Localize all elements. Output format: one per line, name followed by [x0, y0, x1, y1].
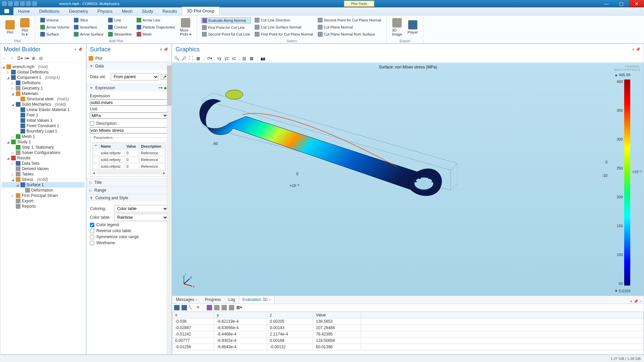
reverse-table-checkbox[interactable]	[90, 229, 94, 233]
unit-select[interactable]: MPa	[90, 112, 168, 119]
tree-initial-values[interactable]: Initial Values 1	[2, 118, 85, 123]
table-plot-icon[interactable]	[207, 305, 212, 310]
default-view-icon[interactable]: ↺▾	[207, 56, 212, 61]
model-tree[interactable]: ◢wrench.mph (root) ▷Global Definitions ◢…	[0, 63, 86, 354]
parameters-table[interactable]: "NameValueDescription solid.refpntx0Refe…	[92, 142, 166, 170]
expression-input[interactable]	[90, 99, 168, 106]
evaluate-along-normal-button[interactable]: Evaluate Along Normal	[201, 17, 251, 23]
tree-reports[interactable]: Reports	[2, 204, 85, 209]
table-clear-icon[interactable]: ╲	[189, 305, 194, 310]
bot-dropdown-icon[interactable]: ▾	[630, 299, 632, 304]
mb-expand-icon[interactable]: ⊞	[32, 56, 37, 61]
wireframe-icon[interactable]: ▦	[250, 56, 255, 61]
quick-access-toolbar[interactable]	[0, 1, 39, 6]
table-settings-icon[interactable]	[229, 305, 234, 310]
tree-results[interactable]: ◢Results	[2, 155, 85, 161]
tab-study[interactable]: Study	[137, 7, 158, 15]
description-input[interactable]	[90, 127, 168, 134]
table-more-icon[interactable]: ▦▾	[236, 305, 242, 310]
tree-mesh-1[interactable]: ▷Mesh 1	[2, 134, 85, 139]
tab-evaluation-3d[interactable]: Evaluation 3D×	[239, 296, 275, 304]
tree-derived-values[interactable]: Derived Values	[2, 166, 85, 171]
tree-fixed-constraint[interactable]: Fixed Constraint 1	[2, 123, 85, 128]
bot-pin-icon[interactable]: 📌	[634, 299, 638, 304]
player-button[interactable]: Player	[405, 16, 420, 38]
cut-line-direction-button[interactable]: Cut Line Direction	[254, 17, 314, 23]
plot-button[interactable]: Plot	[3, 16, 17, 38]
tab-mesh[interactable]: Mesh	[117, 7, 137, 15]
surf-pin-icon[interactable]: 📌	[163, 47, 168, 52]
param-scroll-right[interactable]: ▶	[163, 171, 166, 175]
table-copy-icon[interactable]	[214, 305, 219, 310]
more-plots-button[interactable]: More Plots ▾	[177, 16, 194, 38]
tree-boundary-load[interactable]: Boundary Load 1	[2, 128, 85, 134]
coloring-select[interactable]: Color table	[114, 205, 168, 212]
snapshot-icon[interactable]: 📷	[260, 56, 266, 61]
tab-definitions[interactable]: Definitions	[35, 7, 64, 15]
mb-collapseall-icon[interactable]: ⊟	[39, 56, 45, 61]
zoom-out-icon[interactable]: 🔎	[182, 56, 187, 61]
tree-stress[interactable]: ◢Stress (solid)	[2, 177, 85, 182]
cut-plane-normal-button[interactable]: Cut Plane Normal	[317, 24, 382, 30]
particle-traj-button[interactable]: Particle Trajectories	[136, 24, 176, 30]
close-button[interactable]: ✕	[629, 0, 644, 7]
tree-free-1[interactable]: Free 1	[2, 112, 85, 118]
tree-surface-1[interactable]: ◢Surface 1	[2, 182, 85, 188]
table-delete-icon[interactable]: ✕	[196, 305, 202, 310]
tree-step-stationary[interactable]: Step 1: Stationary	[2, 145, 85, 150]
param-scrollbar[interactable]	[96, 171, 162, 174]
yz-view-icon[interactable]: yz	[225, 56, 230, 61]
streamline-button[interactable]: Streamline	[107, 32, 133, 37]
mb-show-icon[interactable]: ☰▾	[17, 56, 22, 61]
tab-home[interactable]: Home	[13, 7, 35, 15]
tree-materials[interactable]: ◢Materials	[2, 91, 85, 96]
bot-close-icon[interactable]: ×	[640, 299, 642, 304]
tree-tables[interactable]: ▷Tables	[2, 171, 85, 177]
volume-button[interactable]: Volume	[39, 17, 70, 23]
zoom-box-icon[interactable]: ▦	[196, 56, 202, 61]
transparency-icon[interactable]: ▤	[242, 56, 248, 61]
arrow-surface-button[interactable]: Arrow Surface	[73, 32, 104, 37]
table-export-icon[interactable]	[221, 305, 227, 310]
description-checkbox[interactable]	[90, 121, 94, 126]
surface-button[interactable]: Surface	[39, 32, 70, 37]
section-data[interactable]: ▼Data	[87, 62, 171, 70]
arrow-line-button[interactable]: Arrow Line	[136, 17, 176, 23]
isosurface-button[interactable]: Isosurface	[73, 24, 104, 30]
section-range[interactable]: ▷Range	[87, 187, 171, 194]
first-point-cpn-button[interactable]: First Point for Cut Plane Normal	[254, 32, 314, 37]
slice-button[interactable]: Slice	[73, 17, 104, 23]
line-button[interactable]: Line	[107, 17, 133, 23]
tab-3d-plot-group[interactable]: 3D Plot Group	[182, 7, 219, 15]
tree-definitions[interactable]: ▷Definitions	[2, 80, 85, 86]
xy-view-icon[interactable]: xy	[217, 56, 222, 61]
tab-messages[interactable]: Messages×	[172, 296, 201, 304]
tree-first-principal-strain[interactable]: ▷First Principal Strain	[2, 193, 85, 198]
minimize-button[interactable]: —	[599, 0, 614, 7]
3d-image-button[interactable]: 3D Image	[389, 16, 405, 38]
gfx-dropdown-icon[interactable]: ▾	[632, 47, 634, 52]
surf-dropdown-icon[interactable]: ▾	[160, 47, 162, 52]
symmetrize-checkbox[interactable]	[90, 235, 94, 239]
tree-data-sets[interactable]: ▷Data Sets	[2, 161, 85, 166]
tree-deformation[interactable]: Deformation	[2, 188, 85, 193]
maximize-button[interactable]: ▢	[614, 0, 629, 7]
surface-scrollbar[interactable]	[167, 62, 171, 354]
evaluation-table[interactable]: xyzValue -0.038-8.82219e-40.00205138.565…	[172, 312, 644, 350]
mb-back-icon[interactable]: ←	[2, 56, 8, 61]
file-tab[interactable]	[0, 7, 13, 15]
xz-view-icon[interactable]: xz	[232, 56, 237, 61]
table-new-icon[interactable]	[174, 305, 180, 310]
close-eval3d-icon[interactable]: ×	[269, 298, 271, 302]
tree-geometry-1[interactable]: ▷Geometry 1	[2, 86, 85, 91]
section-coloring[interactable]: ▼Coloring and Style	[87, 194, 171, 202]
qat-copy-icon[interactable]	[20, 1, 25, 6]
first-point-cutline-button[interactable]: First Point for Cut Line	[201, 25, 251, 30]
table-eval-icon[interactable]	[182, 305, 187, 310]
surf-plot-label[interactable]: Plot	[95, 56, 102, 61]
qat-more-icon[interactable]	[32, 1, 37, 6]
mesh-plot-button[interactable]: Mesh	[136, 32, 176, 37]
section-title[interactable]: ▷Title	[87, 179, 171, 186]
qat-save-icon[interactable]	[2, 1, 7, 6]
zoom-in-icon[interactable]: 🔍	[174, 56, 180, 61]
